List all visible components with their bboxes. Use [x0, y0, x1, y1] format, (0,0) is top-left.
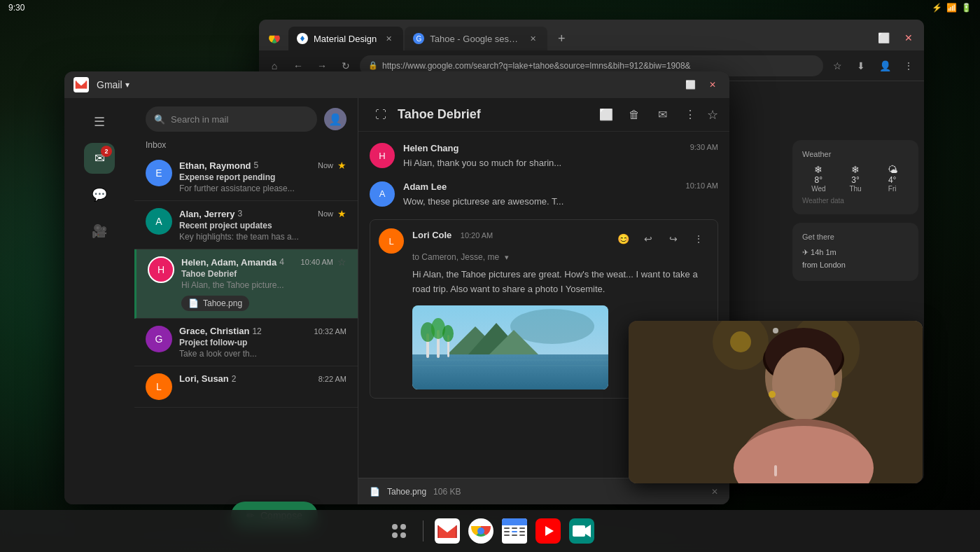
star-icon[interactable]: ☆ — [337, 256, 346, 268]
list-item[interactable]: A Alan, Jerrery 3 Now ★ — [134, 201, 358, 249]
gmail-close-button[interactable]: ✕ — [704, 76, 721, 93]
taskbar-chrome-button[interactable] — [465, 516, 496, 546]
svg-rect-42 — [504, 527, 510, 529]
attachment-filename: Tahoe.png — [387, 487, 426, 497]
weather-widget: Weather ❄ 8° Wed ❄ 3° Thu 🌤 4° Fri Weath… — [792, 140, 918, 214]
list-item[interactable]: E Ethan, Raymond 5 Now ★ — [134, 153, 358, 201]
email-subject: Project follow-up — [179, 338, 346, 347]
avatar: A — [146, 208, 172, 235]
svg-rect-47 — [519, 531, 525, 532]
inbox-nav-button[interactable]: ✉ 2 — [84, 143, 115, 174]
gmail-maximize-button[interactable]: ⬜ — [682, 76, 699, 93]
inbox-panel: 🔍 Search in mail 👤 Inbox E Ethan, Raymon — [134, 98, 358, 504]
email-detail-subject: Tahoe Debrief — [398, 107, 589, 122]
email-time: Now — [318, 209, 333, 218]
tab-tahoe[interactable]: G Tahoe - Google sesarch ✕ — [405, 27, 547, 50]
inbox-label: Inbox — [134, 137, 358, 153]
emoji-button[interactable]: 😊 — [612, 228, 634, 249]
svg-rect-45 — [504, 531, 510, 532]
list-item[interactable]: L Lori, Susan 2 8:22 AM — [134, 366, 358, 408]
thread-time: 9:30 AM — [690, 143, 718, 153]
taskbar — [0, 510, 980, 552]
mark-unread-button[interactable]: ✉ — [651, 104, 673, 126]
tab-close-material[interactable]: ✕ — [382, 32, 395, 45]
thread-header: Helen Chang 9:30 AM — [403, 143, 718, 153]
weather-day-label-thu: Thu — [839, 185, 872, 193]
app-launcher-button[interactable] — [384, 516, 414, 546]
attachment-chip[interactable]: 📄 Tahoe.png — [181, 296, 249, 311]
star-icon[interactable]: ★ — [337, 160, 346, 171]
download-button[interactable]: ⬇ — [851, 56, 871, 76]
taskbar-meet-button[interactable] — [566, 516, 597, 546]
thread-content: Adam Lee 10:10 AM Wow, these picturese a… — [403, 181, 718, 209]
avatar: E — [146, 160, 172, 186]
right-widgets: Weather ❄ 8° Wed ❄ 3° Thu 🌤 4° Fri Weath… — [792, 140, 918, 281]
tab-close-tahoe[interactable]: ✕ — [526, 32, 539, 45]
archive-button[interactable]: ⬜ — [595, 104, 617, 126]
file-icon: 📄 — [188, 298, 199, 308]
new-tab-button[interactable]: + — [552, 29, 571, 48]
star-button[interactable]: ☆ — [707, 107, 718, 123]
menu-button[interactable]: ☰ — [84, 106, 115, 137]
thread-sender: Helen Chang — [403, 143, 458, 153]
bookmark-button[interactable]: ☆ — [827, 56, 847, 76]
list-item[interactable]: G Grace, Christian 12 10:32 AM — [134, 319, 358, 366]
weather-widget-title: Weather — [802, 150, 909, 158]
email-content: Alan, Jerrery 3 Now ★ Recent project upd… — [179, 208, 346, 242]
thread-body: Wow, these picturese are awesome. T... — [403, 195, 718, 209]
email-sender: Lori, Susan 2 — [179, 373, 236, 384]
svg-rect-50 — [519, 534, 525, 536]
tab-favicon-material — [297, 33, 308, 44]
thread-to: to Cameron, Jesse, me — [412, 252, 499, 262]
tab-material-design[interactable]: Material Design ✕ — [288, 27, 403, 50]
forward-button[interactable]: ↪ — [663, 228, 684, 249]
taskbar-gmail-button[interactable] — [432, 516, 463, 546]
status-bar: 9:30 ⚡ 📶 🔋 — [0, 0, 980, 15]
gmail-sidebar: ☰ ✉ 2 💬 🎥 — [64, 98, 134, 504]
reply-button[interactable]: ↩ — [638, 228, 659, 249]
profile-button[interactable]: 👤 — [875, 56, 895, 76]
inbox-badge: 2 — [101, 146, 112, 157]
wifi-icon: 📶 — [946, 3, 957, 13]
email-preview: Key highlights: the team has a... — [179, 232, 346, 242]
more-options-button[interactable]: ⋮ — [679, 104, 701, 126]
avatar: G — [146, 326, 172, 352]
more-button[interactable]: ⋮ — [688, 228, 709, 249]
user-avatar[interactable]: 👤 — [324, 108, 346, 130]
avatar: H — [370, 143, 395, 168]
email-content: Lori, Susan 2 8:22 AM — [179, 373, 346, 385]
gmail-title: Gmail ▾ — [97, 79, 130, 90]
star-icon[interactable]: ★ — [337, 208, 346, 219]
video-nav-button[interactable]: 🎥 — [84, 216, 115, 247]
maximize-button[interactable]: ⬜ — [874, 28, 893, 48]
tab-favicon-tahoe: G — [413, 33, 424, 44]
taskbar-divider — [423, 520, 424, 541]
travel-widget-title: Get there — [802, 233, 909, 241]
search-placeholder: Search in mail — [171, 114, 228, 125]
svg-point-30 — [832, 391, 839, 398]
email-actions: 📄 Tahoe.png — [181, 296, 346, 311]
attachment-close-button[interactable]: ✕ — [711, 487, 718, 497]
avatar: H — [148, 256, 174, 283]
gmail-dropdown-icon[interactable]: ▾ — [125, 80, 130, 90]
delete-button[interactable]: 🗑 — [623, 104, 645, 126]
taskbar-calendar-button[interactable] — [499, 516, 530, 546]
weather-icon-wed: ❄ — [802, 164, 835, 175]
taskbar-youtube-button[interactable] — [533, 516, 564, 546]
search-bar[interactable]: 🔍 Search in mail — [146, 106, 317, 132]
svg-point-33 — [392, 532, 398, 538]
chat-nav-button[interactable]: 💬 — [84, 179, 115, 210]
list-item[interactable]: H Helen, Adam, Amanda 4 10:40 AM ☆ — [134, 249, 358, 319]
expand-button[interactable]: ⛶ — [370, 104, 392, 126]
close-button[interactable]: ✕ — [899, 28, 918, 48]
thread-item: H Helen Chang 9:30 AM Hi Alan, thank you… — [370, 143, 718, 170]
weather-footnote: Weather data — [802, 197, 909, 205]
chrome-tabbar: Material Design ✕ G Tahoe - Google sesar… — [259, 20, 924, 50]
expand-chevron-icon[interactable]: ▾ — [505, 253, 509, 262]
weather-row: ❄ 8° Wed ❄ 3° Thu 🌤 4° Fri — [802, 164, 909, 193]
svg-point-26 — [772, 347, 835, 420]
menu-button[interactable]: ⋮ — [899, 56, 918, 76]
email-content: Grace, Christian 12 10:32 AM Project fol… — [179, 326, 346, 359]
email-sender: Helen, Adam, Amanda 4 — [181, 257, 284, 268]
bluetooth-icon: ⚡ — [932, 3, 942, 13]
